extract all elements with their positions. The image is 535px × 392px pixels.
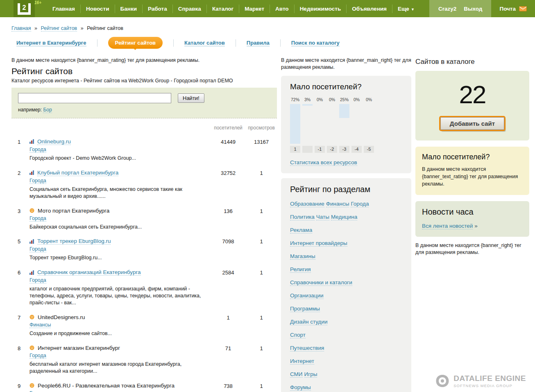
section-link-medicine[interactable]: Медицина <box>331 214 357 220</box>
mail-link[interactable]: Почта <box>499 6 516 12</box>
nav-item-catalog[interactable]: Каталог <box>206 5 239 13</box>
nav-item-reference[interactable]: Справка <box>172 5 206 13</box>
section-link-religion[interactable]: Религия <box>290 266 311 273</box>
section-link-forums[interactable]: Форумы <box>290 384 311 391</box>
nav-item-more[interactable]: Еще▼ <box>392 5 420 13</box>
envelope-icon[interactable] <box>519 6 527 11</box>
section-link-organizations[interactable]: Организации <box>290 292 324 299</box>
add-site-button[interactable]: Добавить сайт <box>440 117 504 130</box>
site-rank: 5 <box>11 238 29 261</box>
category-link[interactable]: Города <box>29 277 46 283</box>
section-link-isp[interactable]: Интернет провайдеры <box>290 240 347 247</box>
visitors-count: 32752 <box>211 170 246 200</box>
chart-axis-label: -2 <box>327 146 337 153</box>
section-link-games[interactable]: Игры <box>304 371 317 378</box>
tab-separator <box>173 39 174 47</box>
site-description: Городской проект - Demo Web2Work Group..… <box>29 155 210 162</box>
panel-title: Новости часа <box>422 207 523 217</box>
category-link[interactable]: Города <box>29 215 46 222</box>
chart-axis-label: 1 <box>290 146 300 153</box>
nav-item-jobs[interactable]: Работа <box>142 5 172 13</box>
breadcrumb-separator: » <box>81 25 84 31</box>
all-news-link[interactable]: Вся лента новостей <box>422 223 473 229</box>
site-logo[interactable]: 2 16+ <box>14 0 35 17</box>
site-title-link[interactable]: Торрент трекер EburgBlog.ru <box>37 238 111 245</box>
site-title-link[interactable]: Onlineburg.ru <box>37 138 71 145</box>
chart-axis-label <box>302 146 313 153</box>
username-link[interactable]: Crazy2 <box>438 6 456 12</box>
section-link-chats[interactable]: Чаты <box>316 214 329 220</box>
list-column-headers: посетителей просмотров <box>11 125 277 131</box>
site-title-link[interactable]: Клубный портал Екатеринбурга <box>37 170 118 176</box>
nav-item-ads[interactable]: Объявления <box>346 5 392 13</box>
banner-placeholder-note: В данном месте находится {banner_right} … <box>415 242 529 256</box>
site-list-item: 2 Клубный портал Екатеринбурга Города Со… <box>11 170 277 200</box>
tab-rules[interactable]: Правила <box>247 40 270 46</box>
page-subtitle: Каталог ресурсов интернета - Рейтинг сай… <box>11 78 277 84</box>
stats-bars-icon <box>29 139 34 144</box>
catalog-counter-panel: 22 Добавить сайт <box>415 71 529 140</box>
main-menu: Главная Новости Банки Работа Справка Кат… <box>47 5 420 13</box>
nav-item-market[interactable]: Маркет <box>239 5 270 13</box>
chart-percent-label: 72% <box>291 97 299 102</box>
section-link-education[interactable]: Образование <box>290 201 324 207</box>
section-link-travel[interactable]: Путешествия <box>290 345 324 351</box>
nav-item-home[interactable]: Главная <box>47 5 80 13</box>
chart-percent-label: 3% <box>304 97 311 102</box>
section-link-software[interactable]: Программы <box>290 306 320 312</box>
breadcrumb-section[interactable]: Рейтинг сайтов <box>41 25 77 32</box>
tab-internet-ekaterinburg[interactable]: Интернет в Екатеринбурге <box>16 40 86 46</box>
logout-link[interactable]: Выход <box>464 6 482 12</box>
tab-site-rating-active[interactable]: Рейтинг сайтов <box>108 37 163 49</box>
search-example-link[interactable]: Бор <box>43 107 52 113</box>
section-link-sport[interactable]: Спорт <box>290 332 306 338</box>
search-button[interactable]: Найти! <box>178 93 204 103</box>
category-link[interactable]: Города <box>29 178 46 184</box>
nav-item-realestate[interactable]: Недвижимость <box>294 5 347 13</box>
nav-item-news[interactable]: Новости <box>80 5 115 13</box>
section-link-media[interactable]: СМИ <box>290 371 303 378</box>
site-rank: 7 <box>11 314 29 337</box>
category-link[interactable]: Города <box>29 390 46 392</box>
breadcrumb-current: Рейтинг сайтов <box>87 25 123 31</box>
site-list-item: 1 Onlineburg.ru Города Городской проект … <box>11 138 277 162</box>
chart-percent-label: 0% <box>317 97 323 102</box>
section-link-finance[interactable]: Финансы <box>326 201 349 207</box>
breadcrumb-home[interactable]: Главная <box>11 25 31 32</box>
nav-item-auto[interactable]: Авто <box>270 5 294 13</box>
section-link-politics[interactable]: Политика <box>290 214 315 220</box>
site-rank: 3 <box>11 208 29 231</box>
breadcrumb: Главная » Рейтинг сайтов » Рейтинг сайто… <box>11 25 535 31</box>
tab-catalog-search[interactable]: Поиск по каталогу <box>291 40 340 46</box>
mail-box: Почта <box>491 6 535 12</box>
views-count: 1 <box>246 383 277 392</box>
tab-site-catalog[interactable]: Каталог сайтов <box>184 40 225 46</box>
visitors-count: 136 <box>211 208 246 231</box>
section-link-internet[interactable]: Интернет <box>290 358 314 365</box>
site-rank: 1 <box>11 138 29 162</box>
nav-item-banks[interactable]: Банки <box>115 5 142 13</box>
user-session-box: Crazy2 Выход <box>429 0 491 17</box>
section-link-advertising[interactable]: Реклама <box>290 227 312 233</box>
search-input[interactable] <box>18 93 171 103</box>
all-resources-stats-link[interactable]: Статистика всех ресурсов <box>290 159 357 166</box>
section-link-design-studios[interactable]: Дизайн студии <box>290 319 327 325</box>
site-title-link[interactable]: Справочник организаций Екатеринбурга <box>37 269 141 276</box>
chart-axis-label: -1 <box>315 146 325 153</box>
site-description: бесплатный каталог интернет магазинов го… <box>29 361 210 375</box>
nav-more-label: Еще <box>398 6 409 12</box>
section-link-cities[interactable]: Города <box>351 201 369 207</box>
chart-bar <box>339 104 349 118</box>
category-link[interactable]: Города <box>29 147 46 153</box>
category-link[interactable]: Финансы <box>29 322 51 328</box>
stats-bars-icon <box>29 270 34 275</box>
section-link-directories[interactable]: Справочники и каталоги <box>290 279 352 286</box>
site-title: Интернет магазин Екатеринбург <box>38 345 120 351</box>
section-link-shops[interactable]: Магазины <box>290 253 315 260</box>
category-link[interactable]: Города <box>29 353 46 359</box>
visitors-count: 1 <box>211 314 246 337</box>
views-count: 1 <box>246 238 277 261</box>
dle-logo-text: DATALIFE ENGINE <box>453 374 526 383</box>
chart-axis-label: -4 <box>351 146 362 153</box>
category-link[interactable]: Города <box>29 246 46 252</box>
